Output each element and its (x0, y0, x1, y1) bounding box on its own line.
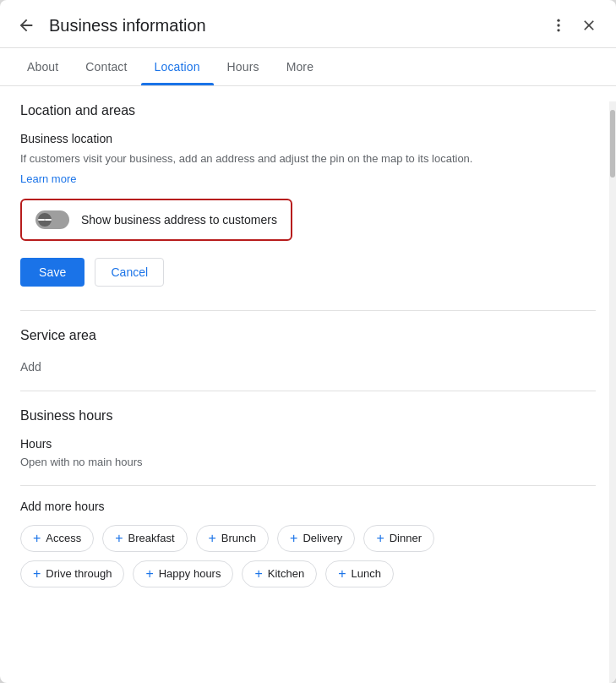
svg-point-1 (557, 24, 559, 26)
tab-more[interactable]: More (273, 48, 327, 85)
business-hours-title: Business hours (20, 408, 596, 423)
tab-location[interactable]: Location (141, 48, 214, 85)
chip-plus-brunch: + (209, 532, 216, 545)
back-button[interactable] (14, 13, 39, 38)
svg-point-0 (557, 19, 559, 22)
chip-plus-lunch: + (338, 567, 346, 581)
modal-title: Business information (46, 16, 538, 36)
chip-label-brunch: Brunch (221, 532, 256, 544)
hours-subtitle: Hours (20, 437, 596, 451)
chip-dinner[interactable]: + Dinner (363, 525, 434, 552)
service-area-add[interactable]: Add (20, 360, 596, 374)
svg-point-2 (557, 29, 559, 31)
chip-happy-hours[interactable]: + Happy hours (133, 560, 233, 587)
add-more-hours-section: Add more hours + Access + Breakfast + Br… (0, 486, 616, 613)
chip-label-breakfast: Breakfast (128, 532, 175, 544)
learn-more-link[interactable]: Learn more (20, 172, 76, 185)
action-buttons: Save Cancel (20, 258, 596, 287)
chip-plus-delivery: + (290, 532, 297, 545)
save-button[interactable]: Save (20, 258, 84, 287)
chip-plus-drive-through: + (33, 567, 41, 581)
chip-lunch[interactable]: + Lunch (325, 560, 394, 587)
chip-label-delivery: Delivery (303, 532, 342, 544)
chips-row-1: + Access + Breakfast + Brunch + Delivery… (20, 525, 596, 552)
chip-access[interactable]: + Access (20, 525, 94, 552)
chip-plus-dinner: + (376, 532, 384, 545)
show-address-toggle-row: Show business address to customers (20, 199, 292, 241)
chip-plus-access: + (33, 532, 41, 545)
add-more-hours-title: Add more hours (20, 500, 596, 513)
tab-hours[interactable]: Hours (214, 48, 273, 85)
chip-kitchen[interactable]: + Kitchen (242, 560, 317, 587)
tabs-bar: About Contact Location Hours More (0, 48, 616, 86)
chip-plus-kitchen: + (254, 567, 262, 581)
cancel-button[interactable]: Cancel (95, 258, 164, 287)
chip-label-dinner: Dinner (390, 532, 422, 544)
toggle-label-text: Show business address to customers (81, 213, 277, 227)
chip-label-drive-through: Drive through (46, 567, 112, 580)
chip-label-lunch: Lunch (352, 567, 381, 580)
business-hours-section: Business hours Hours Open with no main h… (0, 391, 616, 485)
business-location-description: If customers visit your business, add an… (20, 150, 596, 167)
chip-label-access: Access (46, 532, 81, 544)
service-area-section: Service area Add (0, 311, 616, 391)
modal: Business information About Contact Locat… (0, 0, 616, 683)
chip-label-kitchen: Kitchen (268, 567, 304, 580)
tab-contact[interactable]: Contact (72, 48, 140, 85)
chip-drive-through[interactable]: + Drive through (20, 560, 124, 587)
chip-breakfast[interactable]: + Breakfast (102, 525, 187, 552)
chip-delivery[interactable]: + Delivery (277, 525, 355, 552)
more-options-button[interactable] (545, 12, 572, 39)
hours-status: Open with no main hours (20, 456, 596, 468)
scrollbar[interactable] (609, 101, 616, 683)
content-area: Location and areas Business location If … (0, 86, 616, 683)
location-areas-title: Location and areas (20, 103, 596, 118)
modal-header: Business information (0, 0, 616, 48)
close-button[interactable] (575, 12, 602, 39)
location-areas-section: Location and areas Business location If … (0, 86, 616, 310)
chip-plus-happy-hours: + (145, 567, 153, 581)
chip-plus-breakfast: + (115, 532, 123, 545)
chips-row-2: + Drive through + Happy hours + Kitchen … (20, 560, 596, 587)
chip-label-happy-hours: Happy hours (159, 567, 221, 580)
header-actions (545, 12, 602, 39)
service-area-title: Service area (20, 328, 596, 343)
tab-about[interactable]: About (14, 48, 72, 85)
scrollbar-thumb (610, 110, 615, 178)
business-location-subtitle: Business location (20, 132, 596, 145)
chip-brunch[interactable]: + Brunch (196, 525, 270, 552)
